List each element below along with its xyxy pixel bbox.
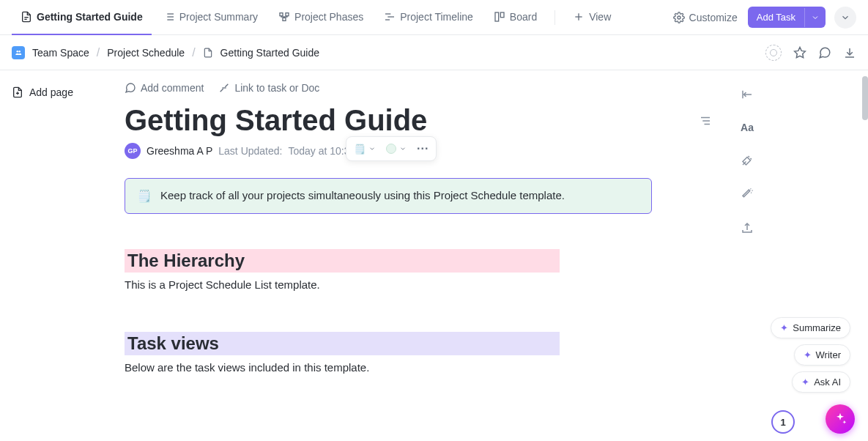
chevron-down-icon (368, 145, 376, 152)
add-page-label: Add page (29, 86, 73, 98)
typography-button[interactable]: Aa (741, 122, 754, 133)
toolbar-more-button[interactable]: ··· (414, 141, 431, 157)
updated-label: Last Updated: (218, 145, 282, 157)
plus-icon (573, 11, 585, 23)
add-page-icon (12, 86, 23, 98)
download-button[interactable] (843, 46, 856, 59)
paragraph[interactable]: This is a Project Schedule List template… (125, 278, 725, 291)
sparkle-icon: ✦ (801, 377, 809, 388)
phases-icon (278, 11, 290, 23)
callout-text[interactable]: Keep track of all your projects simultan… (160, 189, 565, 201)
breadcrumb-separator: / (192, 46, 195, 59)
ask-ai-chip[interactable]: ✦ Ask AI (792, 371, 850, 393)
writer-chip[interactable]: ✦ Writer (794, 344, 850, 366)
breadcrumb-space[interactable]: Team Space (32, 47, 89, 59)
gear-icon (673, 12, 685, 23)
svg-marker-21 (795, 47, 806, 57)
timeline-icon (384, 11, 396, 23)
comment-icon (125, 82, 136, 94)
doc-icon (21, 11, 32, 23)
author-avatar[interactable]: GP (125, 143, 141, 159)
heading-hierarchy[interactable]: The Hierarchy (125, 249, 560, 273)
tab-board[interactable]: Board (485, 0, 546, 35)
notification-badge[interactable]: 1 (771, 410, 795, 434)
toolbar-color-picker[interactable] (383, 142, 409, 155)
document-area: Add comment Link to task or Doc Getting … (125, 70, 725, 441)
collapse-rail-button[interactable] (741, 88, 754, 101)
tab-project-timeline[interactable]: Project Timeline (375, 0, 482, 35)
sparkle-icon: ✦ (804, 349, 812, 360)
tab-project-summary[interactable]: Project Summary (155, 0, 267, 35)
add-task-button[interactable]: Add Task (748, 7, 826, 28)
divider (554, 10, 555, 25)
author-name[interactable]: Greeshma A P (146, 145, 212, 157)
add-view-button[interactable]: View (564, 0, 620, 35)
svg-rect-8 (280, 12, 283, 15)
svg-point-19 (17, 51, 19, 53)
svg-rect-10 (283, 18, 286, 21)
heading-task-views[interactable]: Task views (125, 332, 560, 355)
view-label: View (589, 11, 611, 23)
toolbar-emoji-picker[interactable]: 🗒️ (351, 142, 379, 156)
doc-icon (203, 48, 213, 58)
notepad-emoji: 🗒️ (354, 144, 366, 155)
sparkle-icon: ✦ (780, 322, 788, 333)
focus-mode-button[interactable] (765, 45, 782, 61)
link-icon (218, 82, 230, 94)
color-swatch (386, 144, 396, 154)
left-sidebar: Add page (0, 70, 125, 441)
board-icon (494, 11, 505, 23)
link-task-label: Link to task or Doc (234, 82, 319, 94)
breadcrumb-separator: / (97, 46, 100, 59)
chip-label: Writer (816, 349, 841, 360)
tab-label: Project Summary (179, 11, 258, 23)
notification-count: 1 (780, 417, 785, 428)
comments-button[interactable] (818, 46, 831, 59)
document-title[interactable]: Getting Started Guide (125, 104, 681, 137)
block-toolbar[interactable]: 🗒️ ··· (346, 136, 437, 161)
svg-point-18 (678, 16, 680, 19)
space-avatar-icon (12, 46, 25, 59)
add-task-label[interactable]: Add Task (748, 7, 804, 28)
chip-label: Ask AI (814, 377, 841, 388)
ai-suggest-button[interactable] (741, 154, 754, 167)
add-comment-button[interactable]: Add comment (125, 82, 204, 94)
chip-label: Summarize (793, 322, 841, 333)
ai-fab-button[interactable] (826, 404, 855, 434)
list-icon (163, 11, 175, 23)
scrollbar[interactable] (862, 76, 868, 120)
customize-button[interactable]: Customize (666, 7, 745, 28)
add-task-dropdown[interactable] (804, 8, 826, 27)
add-page-button[interactable]: Add page (12, 86, 113, 98)
svg-rect-9 (286, 12, 289, 15)
callout-block[interactable]: 🗒️ Keep track of all your projects simul… (125, 178, 652, 214)
chevron-down-icon (399, 145, 407, 152)
breadcrumb-bar: Team Space / Project Schedule / Getting … (0, 35, 868, 70)
share-button[interactable] (741, 221, 754, 234)
ai-suggestion-chips: ✦ Summarize ✦ Writer ✦ Ask AI (771, 317, 850, 393)
magic-wand-button[interactable] (741, 188, 754, 201)
right-rail: Aa (725, 70, 769, 441)
svg-rect-14 (495, 12, 499, 21)
breadcrumb-list[interactable]: Project Schedule (107, 47, 185, 59)
summarize-chip[interactable]: ✦ Summarize (771, 317, 850, 338)
notepad-emoji: 🗒️ (137, 189, 152, 203)
tab-label: Board (510, 11, 537, 23)
svg-point-20 (18, 51, 21, 53)
favorite-button[interactable] (793, 46, 806, 59)
tab-project-phases[interactable]: Project Phases (270, 0, 372, 35)
outline-button[interactable] (699, 114, 712, 127)
tab-getting-started[interactable]: Getting Started Guide (12, 0, 152, 35)
svg-rect-15 (500, 12, 504, 18)
paragraph[interactable]: Below are the task views included in thi… (125, 361, 725, 374)
customize-label: Customize (689, 12, 738, 23)
breadcrumb-doc[interactable]: Getting Started Guide (220, 47, 319, 59)
tab-label: Getting Started Guide (37, 11, 143, 23)
link-task-button[interactable]: Link to task or Doc (218, 82, 319, 94)
tab-label: Project Phases (294, 11, 363, 23)
tabs-bar: Getting Started Guide Project Summary Pr… (0, 0, 868, 35)
add-comment-label: Add comment (141, 82, 204, 94)
more-menu-button[interactable] (834, 7, 856, 29)
tab-label: Project Timeline (400, 11, 473, 23)
